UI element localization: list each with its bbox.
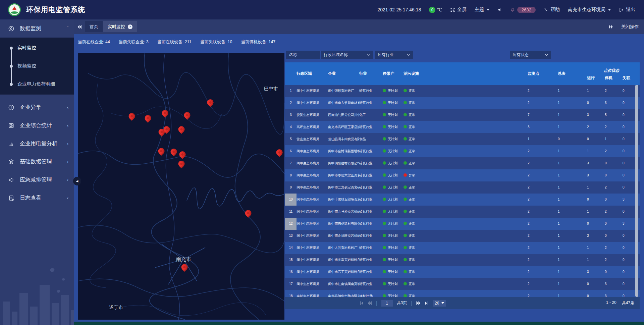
stat-item: 当前失联设备: 10 <box>200 39 232 45</box>
map-city-label: 遂宁市 <box>109 305 123 311</box>
cell-meters: 1 <box>558 218 587 230</box>
chevron-collapsed-icon: ‹ <box>67 195 68 201</box>
sidebar-item-company-abnormal[interactable]: 企业异常 ‹ <box>0 98 74 116</box>
chevron-collapsed-icon: ‹ <box>67 123 68 128</box>
cell-production: 无计划 <box>383 97 404 109</box>
sidebar-item-power-load-detail[interactable]: 企业电力负荷明细 <box>0 75 74 93</box>
header-running: 运行 <box>587 74 605 81</box>
page-number-input[interactable]: 1 <box>381 300 393 307</box>
name-filter-input[interactable] <box>288 52 318 57</box>
sidebar-item-base-data[interactable]: 基础数据管理 ‹ <box>0 153 74 171</box>
tabs-scroll-left-button[interactable] <box>74 25 85 29</box>
stat-item: 当前在线企业: 44 <box>78 39 110 45</box>
table-row[interactable]: 11阆中生态环境局阆中市五马桥页岩机砖砖瓦行业无计划正常21120 <box>285 206 640 218</box>
logout-button[interactable]: 退出 <box>619 7 635 13</box>
tabs-scroll-right-button[interactable] <box>605 25 616 29</box>
tab-realtime-monitor[interactable]: 实时监控 <box>103 21 137 32</box>
page-size-select[interactable]: 20 <box>433 300 446 307</box>
fullscreen-button[interactable]: 全屏 <box>450 7 467 13</box>
cell-stopped: 2 <box>605 254 623 266</box>
sidebar-item-realtime-monitor[interactable]: 实时监控 <box>0 39 74 57</box>
sidebar-item-power-analysis[interactable]: 企业用电量分析 ‹ <box>0 134 74 153</box>
table-row[interactable]: 2阆中生态环境局阆中市南方节能建材有砖瓦行业无计划正常21030 <box>285 97 640 109</box>
table-row[interactable]: 10阆中生态环境局阆中千佛镇五郎垭页岩砖瓦行业无计划正常21003 <box>285 194 640 206</box>
cell-production: 无计划 <box>383 181 404 194</box>
cell-stopped: 3 <box>605 97 623 109</box>
first-page-button[interactable] <box>360 301 364 305</box>
cell-idx: 11 <box>285 206 297 218</box>
prev-page-button[interactable] <box>368 301 372 305</box>
cell-industry: 砖瓦行业 <box>359 242 383 254</box>
table-row[interactable]: 18南部生态环境局南部县驰华土陶有限公建材|土陶无计划正常21030 <box>285 290 640 297</box>
close-operations-button[interactable]: 关闭操作 <box>621 24 639 30</box>
screen: 环保用电监管系统 2021-02-25 17:46:18 0 ℃ 全屏 主题 <box>0 0 644 325</box>
table-row[interactable]: 14阆中生态环境局阆中大兴页岩机砖厂砖瓦行业无计划正常21120 <box>285 242 640 254</box>
cell-stopped: 2 <box>605 121 623 133</box>
sidebar-item-data-monitoring[interactable]: 数据监测 ˇ <box>0 19 74 38</box>
table-row[interactable]: 4高坪生态环境局南充市高坪区王家店建砖瓦行业无计划正常31220 <box>285 121 640 133</box>
cell-meters: 1 <box>558 97 587 109</box>
cell-region: 阆中生态环境局 <box>297 218 328 230</box>
cell-idx: 9 <box>285 181 297 194</box>
table-row[interactable]: 6阆中生态环境局阆中市金博瑞新型墙材砖瓦行业无计划正常21120 <box>285 145 640 157</box>
cell-industry: 食品 <box>359 133 383 145</box>
table-row[interactable]: 9阆中生态环境局阆中市二龙长宝页岩砖砖瓦行业无计划正常21120 <box>285 181 640 194</box>
cell-treatment: 正常 <box>404 290 424 297</box>
chevron-down-icon <box>608 9 611 11</box>
name-filter-input-box[interactable] <box>286 51 320 59</box>
last-page-button[interactable] <box>425 301 429 305</box>
status-dot-icon <box>404 234 407 237</box>
cell-running: 0 <box>587 278 605 290</box>
region-filter-select[interactable]: 行政区域名称 <box>321 51 373 59</box>
status-dot-icon <box>404 294 407 297</box>
cell-offline: 0 <box>623 109 636 121</box>
close-tab-icon[interactable] <box>128 24 132 29</box>
tab-home[interactable]: 首页 <box>85 21 103 32</box>
table-row[interactable]: 3仪陇生态环境局西南油气田分公司川中化工无计划正常71350 <box>285 109 640 121</box>
sidebar-item-log-view[interactable]: 日志查看 ‹ <box>0 189 74 207</box>
industry-filter-select[interactable]: 所有行业 <box>375 51 413 59</box>
table-row[interactable]: 15阆中生态环境局阆中市光富页岩机砖厂砖瓦行业无计划正常21120 <box>285 254 640 266</box>
help-button[interactable]: 帮助 <box>544 7 560 13</box>
cell-idx: 7 <box>285 157 297 169</box>
cell-region: 阆中生态环境局 <box>297 145 328 157</box>
sidebar-item-emergency-reduction[interactable]: 应急减排管理 ‹ <box>0 171 74 189</box>
cell-offline: 0 <box>623 278 636 290</box>
next-page-button[interactable] <box>416 301 421 305</box>
cell-region: 阆中生态环境局 <box>297 206 328 218</box>
sidebar-item-label: 基础数据管理 <box>20 158 52 165</box>
cell-company: 阆中市金福旺页岩机砖 <box>328 230 359 242</box>
mute-button[interactable] <box>497 7 502 12</box>
sidebar-item-video-monitor[interactable]: 视频监控 <box>0 57 74 75</box>
table-row[interactable]: 7阆中生态环境局阆中明阳建材有限公司砖瓦行业无计划正常21300 <box>285 157 640 169</box>
notification-button[interactable]: 2632 <box>510 7 536 13</box>
table-row[interactable]: 17阆中生态环境局阆中市江南镇阆南页岩砖瓦行业无计划正常21030 <box>285 278 640 290</box>
sidebar-collapse-button[interactable] <box>73 177 81 185</box>
sidebar-item-label: 企业综合统计 <box>20 122 52 129</box>
table-row[interactable]: 13阆中生态环境局阆中市金福旺页岩机砖砖瓦行业无计划正常21300 <box>285 230 640 242</box>
cell-running: 1 <box>587 145 605 157</box>
sidebar-item-company-stats[interactable]: 企业综合统计 ‹ <box>0 116 74 134</box>
table-row[interactable]: 1阆中生态环境局阆中强锐页岩砖厂砖瓦行业无计划正常21120 <box>285 85 640 97</box>
cell-company: 阆中市石子页岩机砖厂 <box>328 266 359 278</box>
cell-stopped: 3 <box>605 290 623 297</box>
status-filter-select[interactable]: 所有状态 <box>510 51 551 59</box>
cell-meters: 1 <box>558 169 587 181</box>
map-panel[interactable]: 巴中市南充市遂宁市 <box>78 53 284 320</box>
cell-idx: 15 <box>285 254 297 266</box>
cell-treatment: 正常 <box>404 266 424 278</box>
cell-stopped: 0 <box>605 218 623 230</box>
cell-spacer <box>424 230 528 242</box>
org-selector[interactable]: 南充市生态环境局 <box>568 7 611 13</box>
table-row[interactable]: 16阆中生态环境局阆中市石子页岩机砖厂砖瓦行业无计划正常21300 <box>285 266 640 278</box>
table-row[interactable]: 12阆中生态环境局阆中市忠信建材有限公砖瓦行业无计划正常21003 <box>285 218 640 230</box>
datetime: 2021-02-25 17:46:18 <box>377 7 421 12</box>
cell-running: 2 <box>587 121 605 133</box>
cell-treatment: 正常 <box>404 254 424 266</box>
theme-button[interactable]: 主题 <box>475 7 489 13</box>
table-row[interactable]: 8阆中生态环境局阆中市枣碧大梁山页岩砖瓦行业无计划异常21300 <box>285 169 640 181</box>
table-scrollbar[interactable] <box>635 85 638 297</box>
table-row[interactable]: 5营山生态环境局营山县润丰肉食品有限食品无计划正常10010 <box>285 133 640 145</box>
cell-points: 1 <box>528 133 558 145</box>
cell-company: 南部县驰华土陶有限公 <box>328 290 359 297</box>
